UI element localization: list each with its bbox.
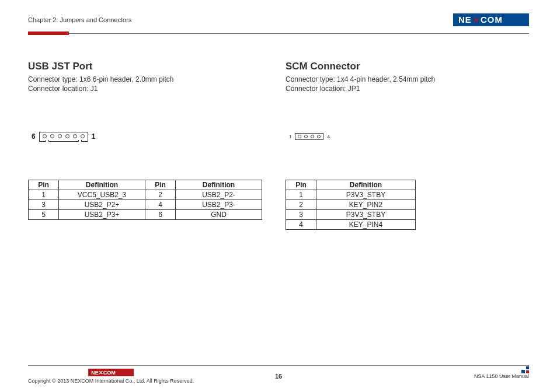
right-column: SCM Connector Connector type: 1x4 4-pin …	[286, 61, 529, 230]
page-number: 16	[275, 373, 282, 380]
copyright: Copyright © 2013 NEXCOM International Co…	[28, 378, 194, 384]
pin-table: Pin Definition Pin Definition 1VCC5_USB2…	[28, 180, 262, 220]
svg-text:NE✕COM: NE✕COM	[91, 370, 116, 376]
left-column: USB JST Port Connector type: 1x6 6-pin h…	[28, 61, 271, 230]
svg-text:✕: ✕	[473, 16, 479, 24]
th: Definition	[176, 180, 262, 190]
pin-label-right: 4	[327, 134, 329, 139]
connector-4pin-icon	[295, 133, 323, 140]
nexcom-logo: NE ✕ COM	[453, 13, 529, 26]
header-rule	[28, 32, 529, 35]
chapter-title: Chapter 2: Jumpers and Connectors	[28, 16, 131, 23]
th: Definition	[59, 180, 145, 190]
connector-type: Connector type: 1x4 4-pin header, 2.54mm…	[286, 75, 529, 84]
table-row: 2KEY_PIN2	[286, 200, 416, 210]
table-row: 4KEY_PIN4	[286, 220, 416, 230]
manual-name: NSA 1150 User Manual	[474, 373, 529, 379]
pin-label-right: 1	[92, 132, 96, 141]
table-row: 3P3V3_STBY	[286, 210, 416, 220]
connector-6pin-icon	[39, 132, 88, 142]
svg-text:NE: NE	[458, 15, 472, 24]
connector-location: Connector location: J1	[28, 84, 271, 93]
th: Pin	[286, 180, 316, 190]
th: Pin	[145, 180, 176, 190]
table-row: 1VCC5_USB2_3 2USB2_P2-	[29, 190, 262, 200]
table-row: 1P3V3_STBY	[286, 190, 416, 200]
table-row: 3USB2_P2+ 4USB2_P3-	[29, 200, 262, 210]
svg-text:COM: COM	[481, 15, 503, 24]
pin-label-left: 1	[289, 134, 291, 139]
table-row: 5USB2_P3+ 6GND	[29, 210, 262, 220]
th: Pin	[29, 180, 59, 190]
pin-table: Pin Definition 1P3V3_STBY 2KEY_PIN2 3P3V…	[286, 180, 416, 230]
nexcom-logo-small: NE✕COM	[28, 369, 194, 376]
th: Definition	[316, 180, 416, 190]
connector-type: Connector type: 1x6 6-pin header, 2.0mm …	[28, 75, 271, 84]
section-title: USB JST Port	[28, 61, 271, 72]
connector-diagram: 1 4	[286, 113, 529, 160]
connector-location: Connector location: JP1	[286, 84, 529, 93]
connector-diagram: 6 1	[28, 113, 271, 160]
pin-label-left: 6	[32, 132, 36, 141]
section-title: SCM Connector	[286, 61, 529, 72]
footer-rule	[28, 365, 529, 366]
